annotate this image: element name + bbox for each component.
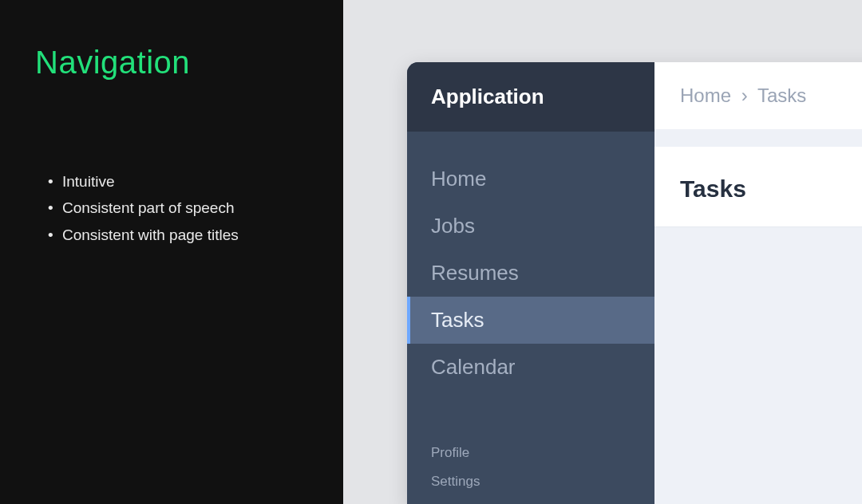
page-body xyxy=(654,227,862,504)
slide-right-area: Application Home Jobs Resumes Tasks Cale… xyxy=(343,0,862,504)
slide-bullet: Consistent with page titles xyxy=(51,222,305,248)
page-title: Tasks xyxy=(654,147,862,227)
sidebar-item-resumes[interactable]: Resumes xyxy=(407,250,654,297)
slide-bullet-list: Intuitive Consistent part of speech Cons… xyxy=(35,168,305,248)
breadcrumb-item[interactable]: Home xyxy=(680,85,731,106)
main-column: Home › Tasks Tasks xyxy=(654,62,862,504)
breadcrumb: Home › Tasks xyxy=(654,62,862,129)
slide-bullet: Intuitive xyxy=(51,168,305,195)
slide-bullet: Consistent part of speech xyxy=(51,195,305,221)
sidebar-secondary-nav: Profile Settings Help Center xyxy=(407,439,654,504)
sidebar-item-jobs[interactable]: Jobs xyxy=(407,203,654,250)
sidebar-header: Application xyxy=(407,62,654,132)
sidebar-item-calendar[interactable]: Calendar xyxy=(407,344,654,391)
sidebar-item-tasks[interactable]: Tasks xyxy=(407,297,654,344)
sidebar-item-profile[interactable]: Profile xyxy=(431,439,631,467)
slide-root: Navigation Intuitive Consistent part of … xyxy=(0,0,862,504)
sidebar-item-settings[interactable]: Settings xyxy=(431,467,631,496)
breadcrumb-separator-icon: › xyxy=(741,85,748,106)
sidebar-item-home[interactable]: Home xyxy=(407,156,654,203)
sidebar-main-nav: Home Jobs Resumes Tasks Calendar xyxy=(407,132,654,391)
breadcrumb-item[interactable]: Tasks xyxy=(757,85,806,106)
slide-left-panel: Navigation Intuitive Consistent part of … xyxy=(0,0,343,504)
sidebar-item-help-center[interactable]: Help Center xyxy=(431,496,631,504)
app-window: Application Home Jobs Resumes Tasks Cale… xyxy=(407,62,862,504)
sidebar: Application Home Jobs Resumes Tasks Cale… xyxy=(407,62,654,504)
slide-title: Navigation xyxy=(35,45,305,81)
